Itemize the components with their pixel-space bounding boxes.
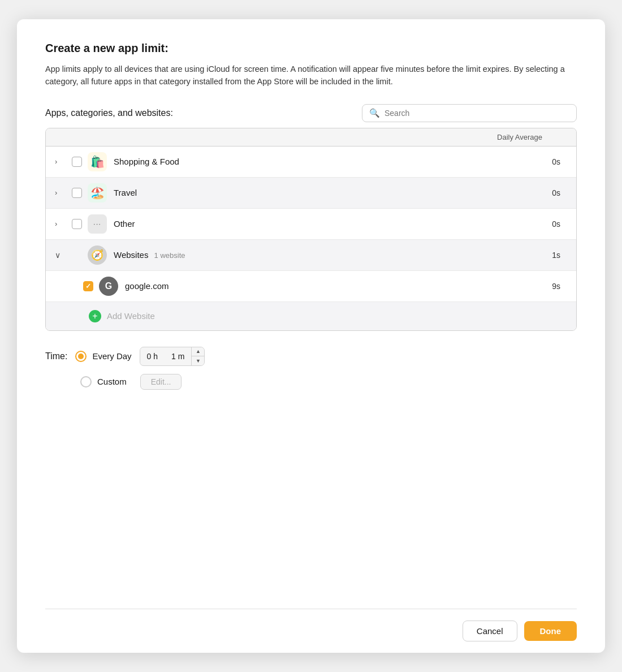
time-stepper-arrows[interactable]: ▲ ▼ — [191, 347, 204, 365]
add-website-row[interactable]: + Add Website — [46, 302, 576, 330]
row-checkbox[interactable] — [72, 219, 82, 229]
row-value: 0s — [532, 157, 560, 166]
increment-arrow[interactable]: ▲ — [192, 347, 204, 356]
row-icon-travel: 🏖️ — [88, 183, 107, 203]
websites-sub-label: 1 website — [154, 251, 185, 260]
search-box[interactable]: 🔍 — [362, 104, 577, 122]
time-label: Time: — [45, 351, 67, 361]
row-icon-websites: 🧭 — [88, 245, 107, 265]
row-icon-google: G — [99, 277, 118, 296]
done-button[interactable]: Done — [524, 621, 577, 641]
hours-value: 0 h — [140, 349, 165, 364]
every-day-row: Time: Every Day 0 h 1 m ▲ ▼ — [45, 347, 577, 366]
apps-header-row: Apps, categories, and websites: 🔍 — [45, 104, 577, 122]
time-section: Time: Every Day 0 h 1 m ▲ ▼ Custom Edit.… — [45, 347, 577, 411]
row-value: 9s — [532, 282, 560, 291]
row-name: google.com — [125, 281, 532, 291]
custom-radio[interactable] — [80, 376, 92, 387]
add-website-label: Add Website — [107, 311, 155, 321]
custom-edit-button[interactable]: Edit... — [140, 374, 182, 390]
custom-row: Custom Edit... — [80, 374, 577, 390]
every-day-radio[interactable] — [75, 351, 87, 362]
time-stepper[interactable]: 0 h 1 m ▲ ▼ — [140, 347, 205, 366]
expand-icon[interactable]: › — [55, 188, 66, 197]
apps-table: Daily Average › 🛍️ Shopping & Food 0s › … — [45, 128, 577, 331]
search-input[interactable] — [385, 109, 569, 118]
row-checkbox[interactable] — [72, 157, 82, 167]
create-app-limit-dialog: Create a new app limit: App limits apply… — [17, 19, 605, 653]
dialog-description: App limits apply to all devices that are… — [45, 63, 577, 88]
daily-average-header: Daily Average — [497, 133, 542, 141]
add-website-icon: + — [89, 310, 101, 322]
row-name: Travel — [114, 188, 532, 197]
row-checkbox[interactable] — [83, 281, 93, 291]
table-row: ∨ 🧭 Websites 1 website 1s — [46, 240, 576, 271]
table-row: › 🛍️ Shopping & Food 0s — [46, 147, 576, 178]
row-icon-other: ··· — [88, 214, 107, 234]
row-name: Shopping & Food — [114, 157, 532, 166]
minutes-value: 1 m — [165, 349, 191, 364]
cancel-button[interactable]: Cancel — [463, 621, 517, 641]
row-value: 0s — [532, 219, 560, 229]
dialog-title: Create a new app limit: — [45, 42, 577, 55]
table-row: G google.com 9s — [46, 271, 576, 302]
row-value: 1s — [532, 251, 560, 260]
table-row: › 🏖️ Travel 0s — [46, 178, 576, 209]
bottom-bar: Cancel Done — [45, 609, 577, 653]
search-icon: 🔍 — [369, 108, 380, 118]
row-value: 0s — [532, 188, 560, 197]
apps-label: Apps, categories, and websites: — [45, 108, 173, 118]
row-checkbox[interactable] — [72, 188, 82, 198]
expand-icon[interactable]: › — [55, 219, 66, 228]
every-day-label: Every Day — [92, 351, 131, 361]
row-name: Websites 1 website — [114, 250, 532, 260]
decrement-arrow[interactable]: ▼ — [192, 356, 204, 365]
row-icon-shopping: 🛍️ — [88, 152, 107, 171]
table-body[interactable]: › 🛍️ Shopping & Food 0s › 🏖️ Travel 0s ›… — [46, 147, 576, 330]
row-name: Other — [114, 219, 532, 229]
custom-label: Custom — [97, 377, 127, 386]
expand-icon[interactable]: › — [55, 157, 66, 166]
table-header: Daily Average — [46, 128, 576, 147]
table-row: › ··· Other 0s — [46, 209, 576, 240]
expand-icon[interactable]: ∨ — [55, 251, 66, 260]
